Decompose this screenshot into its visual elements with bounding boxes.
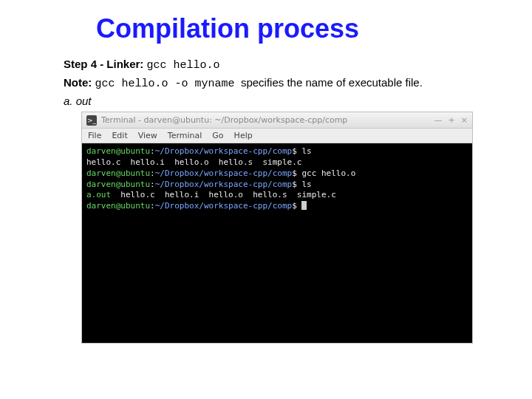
step-line: Step 4 - Linker: gcc hello.o xyxy=(64,58,502,72)
window-maximize-button[interactable]: + xyxy=(449,115,455,125)
prompt-user: darven@ubuntu xyxy=(86,146,150,156)
slide-title: Compilation process xyxy=(96,13,502,44)
out-aout: a.out xyxy=(86,190,111,200)
prompt-user: darven@ubuntu xyxy=(86,201,150,211)
prompt-path: ~/Dropbox/workspace-cpp/comp xyxy=(155,168,292,178)
prompt-path: ~/Dropbox/workspace-cpp/comp xyxy=(155,146,292,156)
prompt-sep2: $ xyxy=(292,146,297,156)
terminal-cursor xyxy=(301,201,307,210)
note-label: Note: xyxy=(64,76,92,89)
cmd-ls1: ls xyxy=(297,146,312,156)
step-label: Step 4 - Linker: xyxy=(64,58,143,70)
menu-terminal[interactable]: Terminal xyxy=(168,131,202,140)
terminal-titlebar: >_ Terminal - darven@ubuntu: ~/Dropbox/w… xyxy=(82,112,472,129)
menu-help[interactable]: Help xyxy=(234,131,253,140)
note-command: gcc hello.o -o myname xyxy=(95,78,235,90)
step-command: gcc hello.o xyxy=(147,59,220,72)
out-ls1: hello.c hello.i hello.o hello.s simple.c xyxy=(86,157,301,167)
prompt-sep1: : xyxy=(150,146,155,156)
aout-text: a. out xyxy=(64,95,502,107)
menu-view[interactable]: View xyxy=(138,131,157,140)
terminal-window: >_ Terminal - darven@ubuntu: ~/Dropbox/w… xyxy=(81,112,473,344)
cmd-ls2: ls xyxy=(297,180,312,189)
note-tail: specifies the name of executable file. xyxy=(241,76,423,89)
menu-file[interactable]: File xyxy=(88,131,101,140)
terminal-body[interactable]: darven@ubuntu:~/Dropbox/workspace-cpp/co… xyxy=(82,143,472,343)
prompt-path: ~/Dropbox/workspace-cpp/comp xyxy=(155,201,292,211)
window-minimize-button[interactable]: — xyxy=(434,115,443,125)
terminal-title: Terminal - darven@ubuntu: ~/Dropbox/work… xyxy=(101,115,434,125)
cmd-final xyxy=(297,201,302,211)
note-line: Note: gcc hello.o -o myname specifies th… xyxy=(64,76,502,90)
prompt-user: darven@ubuntu xyxy=(86,180,150,189)
menu-go[interactable]: Go xyxy=(212,131,223,140)
cmd-gcc: gcc hello.o xyxy=(297,168,355,178)
menu-edit[interactable]: Edit xyxy=(112,131,127,140)
window-close-button[interactable]: × xyxy=(461,115,468,125)
prompt-user: darven@ubuntu xyxy=(86,168,150,178)
terminal-menubar: File Edit View Terminal Go Help xyxy=(82,129,472,143)
out-ls2-rest: hello.c hello.i hello.o hello.s simple.c xyxy=(111,190,336,200)
prompt-path: ~/Dropbox/workspace-cpp/comp xyxy=(155,180,292,189)
terminal-icon: >_ xyxy=(86,115,97,126)
